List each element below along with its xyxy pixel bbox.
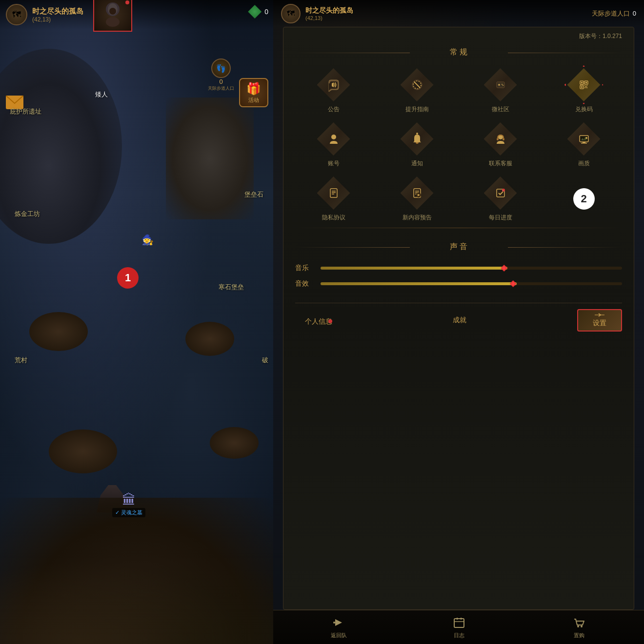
icon-label-daily: 每日进度 [489, 214, 512, 222]
svg-point-30 [331, 135, 336, 139]
settings-icon-footer [594, 313, 605, 317]
activity-icon: 🎁 [246, 82, 261, 96]
portrait-svg [101, 1, 125, 28]
icon-daily[interactable]: × 每日进度 [462, 176, 539, 222]
bottom-rocks [0, 546, 273, 644]
sfx-slider-thumb[interactable] [510, 280, 517, 287]
settings-footer: 个人信息 成就 设置 [295, 303, 622, 332]
svg-point-4 [109, 8, 116, 15]
preview-svg [409, 185, 425, 201]
gem-icon-left [248, 5, 262, 19]
sfx-label: 音效 [295, 279, 313, 288]
music-label: 音乐 [295, 264, 313, 273]
icon-privacy[interactable]: 隐私协议 [295, 176, 372, 222]
icon-diamond-wrapper-support [483, 121, 518, 156]
sfx-slider-track[interactable] [321, 282, 622, 285]
right-sky-icon: 天际步道人口 [592, 9, 630, 18]
announcement-svg [326, 77, 342, 93]
icon-community[interactable]: 微社区 [462, 67, 539, 114]
soul-grave-area: 🏛 ✓ 灵魂之墓 [112, 492, 145, 517]
rock-structure-1 [29, 312, 88, 351]
icon-diamond-privacy [317, 176, 350, 210]
icon-diamond-wrapper-notification [400, 121, 435, 156]
icon-diamond-wrapper-account [316, 121, 351, 156]
activity-button[interactable]: 🎁 活动 [239, 78, 268, 107]
icon-redeem[interactable]: 兑换码 [545, 67, 622, 114]
icon-diamond-wrapper-redeem [566, 67, 602, 102]
icon-diamond-wrapper-daily: × [483, 176, 518, 211]
map-symbol-right: 🗺 [287, 9, 295, 18]
music-slider-row: 音乐 [295, 264, 622, 273]
achievements-tab[interactable]: 成就 [443, 313, 476, 328]
right-currency-area: 天际步道人口 0 [592, 9, 636, 18]
nav-shop[interactable]: 置购 [572, 615, 586, 639]
svg-point-18 [503, 85, 503, 86]
music-slider-fill [321, 267, 507, 270]
icon-diamond-wrapper-guide [400, 67, 435, 102]
icon-diamond-wrapper-privacy [316, 176, 351, 211]
return-icon [331, 615, 346, 630]
fortress-stone-label: 堡垒石 [244, 190, 263, 199]
step-count: 0 [208, 78, 234, 85]
svg-point-31 [416, 133, 418, 135]
icon-label-account: 账号 [328, 159, 340, 168]
icon-diamond-notification [401, 122, 434, 156]
settings-tab[interactable]: 设置 [577, 309, 622, 332]
ruins-label: 荒村 [15, 356, 27, 365]
music-slider-track[interactable] [321, 267, 622, 270]
svg-rect-42 [330, 189, 337, 197]
section-general-header: 常 规 [295, 43, 622, 61]
icon-account[interactable]: 账号 [295, 121, 372, 168]
map-symbol-left: 🗺 [12, 10, 21, 20]
top-bar-right: 🗺 时之尽头的孤岛 (42,13) 天际步道人口 0 [273, 0, 644, 27]
icon-quality[interactable]: 画质 [545, 121, 622, 168]
left-panel: 🗺 时之尽头的孤岛 (42,13) 👣 0 天际步道人口 0 [0, 0, 273, 644]
icons-grid-row2: 账号 通知 [295, 121, 622, 168]
icon-diamond-support [484, 122, 517, 156]
icons-grid-row3-wrapper: 隐私协议 [295, 176, 622, 222]
guide-svg [409, 77, 425, 93]
map-icon-left[interactable]: 🗺 [6, 4, 27, 25]
svg-rect-33 [497, 138, 499, 140]
broken-label: 破 [262, 356, 268, 365]
icon-diamond-wrapper-announcement [316, 67, 351, 102]
nav-return[interactable]: 返回队 [331, 615, 347, 639]
character-portrait[interactable] [93, 0, 132, 32]
step-icon: 👣 [211, 59, 231, 78]
marker-2: 2 [573, 188, 595, 210]
rock-structure-2 [185, 322, 234, 356]
music-slider-thumb[interactable] [501, 265, 507, 272]
icon-label-preview: 新内容预告 [402, 214, 432, 222]
icon-announcement[interactable]: 公告 [295, 67, 372, 114]
map-icon-right[interactable]: 🗺 [281, 4, 301, 23]
svg-point-1 [106, 17, 120, 27]
terrain-castle [166, 98, 254, 219]
quality-svg [576, 131, 592, 147]
achievements-label: 成就 [453, 316, 466, 325]
personal-info-dot [328, 319, 332, 323]
sound-section: 声 音 音乐 音效 [295, 238, 622, 295]
step-label: 天际步道人口 [208, 85, 234, 92]
icon-diamond-preview [401, 176, 434, 210]
icon-diamond-daily: × [484, 176, 517, 210]
marker-1: 1 [117, 267, 139, 289]
svg-rect-37 [583, 142, 585, 143]
svg-point-55 [333, 622, 335, 624]
location-info-left: 时之尽头的孤岛 (42,13) [32, 7, 83, 23]
personal-info-tab[interactable]: 个人信息 [295, 314, 342, 326]
nav-daily[interactable]: 日志 [452, 615, 466, 639]
daily-icon [452, 615, 466, 630]
dwarf-label: 矮人 [95, 90, 108, 99]
icon-guide[interactable]: 提升指南 [379, 67, 455, 114]
daily-svg: × [493, 185, 508, 201]
marker-2-cell: 2 [545, 176, 622, 222]
icon-support[interactable]: 联系客服 [462, 121, 539, 168]
soul-check-label: ✓ 灵魂之墓 [112, 508, 145, 517]
support-svg [493, 131, 508, 147]
top-bar-left: 🗺 时之尽头的孤岛 (42,13) [0, 0, 273, 29]
icon-diamond-quality [567, 122, 601, 156]
workshop-label: 炼金工坊 [15, 210, 40, 218]
icon-notification[interactable]: 通知 [379, 121, 455, 168]
icon-preview[interactable]: 新内容预告 [379, 176, 455, 222]
location-name-left: 时之尽头的孤岛 [32, 7, 83, 16]
